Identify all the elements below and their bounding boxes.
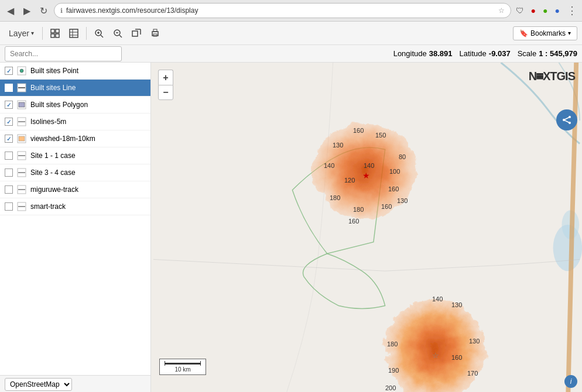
browser-topbar: ◀ ▶ ↻ ℹ fairwaves.nextgis.com/resource/1…: [0, 0, 582, 21]
layer-name-2: Built sites Line: [30, 84, 76, 92]
zoom-extent-icon: [132, 29, 141, 38]
layer-checkbox-2[interactable]: [5, 84, 13, 92]
bookmark-star-icon[interactable]: ☆: [498, 6, 505, 15]
layer-item-smart[interactable]: smart-track: [0, 198, 150, 215]
layer-checkbox-1[interactable]: [5, 67, 13, 75]
zoom-in-btn[interactable]: [91, 25, 107, 42]
print-btn[interactable]: [147, 25, 163, 42]
layer-item-built-sites-point[interactable]: Built sites Point: [0, 63, 150, 80]
refresh-button[interactable]: ↻: [37, 5, 49, 16]
layer-caret-icon: ▾: [31, 30, 34, 36]
grid-icon: [50, 29, 60, 38]
svg-line-14: [119, 35, 122, 37]
svg-text:180: 180: [353, 206, 364, 213]
svg-text:150: 150: [375, 132, 386, 139]
svg-text:140: 140: [432, 295, 443, 302]
layer-item-viewshed[interactable]: viewshed-18m-10km: [0, 130, 150, 147]
svg-text:190: 190: [388, 367, 399, 374]
browser-menu-extensions[interactable]: 🛡: [516, 6, 524, 15]
layer-icon-line: [16, 82, 27, 93]
share-icon: [562, 115, 572, 125]
grid-view-btn[interactable]: [47, 25, 63, 42]
map-zoom-in-btn[interactable]: +: [158, 70, 173, 85]
svg-point-22: [20, 69, 23, 73]
basemap-selector: OpenStreetMap Satellite Terrain: [0, 375, 150, 392]
search-input[interactable]: [5, 46, 122, 61]
map-container[interactable]: 160 150 130 140 80 100 160 130 160 120 1…: [151, 63, 582, 392]
layer-item-site3[interactable]: Site 3 - 4 case: [0, 164, 150, 181]
scale-label: Scale: [518, 49, 537, 58]
zoom-in-icon: [94, 29, 104, 38]
layer-checkbox-8[interactable]: [5, 185, 13, 194]
layer-menu-btn[interactable]: Layer ▾: [5, 25, 38, 42]
browser-menu-btn[interactable]: ⋮: [567, 4, 577, 17]
sidebar: Built sites Point Built sites Line: [0, 63, 151, 392]
browser-menu-extensions3[interactable]: ●: [543, 6, 547, 15]
toolbar-separator-1: [42, 27, 43, 40]
layer-icon-site1: [16, 150, 27, 161]
url-bar[interactable]: ℹ fairwaves.nextgis.com/resource/13/disp…: [54, 3, 511, 18]
svg-rect-26: [19, 102, 25, 107]
bookmarks-icon: 🔖: [519, 29, 528, 37]
scale-value: 1 : 545,979: [539, 49, 577, 58]
map-zoom-out-btn[interactable]: −: [158, 85, 173, 100]
security-icon: ℹ: [60, 7, 63, 15]
layer-name-9: smart-track: [30, 202, 66, 211]
svg-text:160: 160: [348, 218, 359, 225]
svg-text:120: 120: [344, 177, 355, 184]
svg-point-58: [385, 298, 485, 392]
layer-checkbox-9[interactable]: [5, 202, 13, 211]
forward-button[interactable]: ▶: [21, 5, 33, 16]
layer-item-built-sites-polygon[interactable]: Built sites Polygon: [0, 97, 150, 114]
layer-item-built-sites-line[interactable]: Built sites Line: [0, 80, 150, 97]
svg-text:☆: ☆: [432, 351, 439, 360]
layer-checkbox-7[interactable]: [5, 169, 13, 177]
svg-rect-39: [153, 63, 580, 392]
viewshed-blob-2: 140 130 180 130 160 170 190 200 290 110 …: [376, 291, 494, 392]
url-text: fairwaves.nextgis.com/resource/13/displa…: [66, 6, 495, 15]
info-btn[interactable]: i: [564, 375, 577, 388]
toolbar-separator-2: [86, 27, 87, 40]
layer-checkbox-5[interactable]: [5, 135, 13, 143]
layer-name-1: Built sites Point: [30, 67, 78, 75]
zoom-extent-btn[interactable]: [128, 25, 145, 42]
basemap-select[interactable]: OpenStreetMap Satellite Terrain: [5, 378, 72, 391]
longitude-label: Longitude: [393, 49, 427, 58]
layer-icon-viewshed: [16, 133, 27, 144]
layer-icon-miguruwe: [16, 184, 27, 195]
svg-text:130: 130: [397, 197, 408, 204]
svg-text:160: 160: [451, 354, 462, 361]
svg-rect-1: [56, 29, 59, 33]
table-view-btn[interactable]: [66, 25, 82, 42]
layer-name-3: Built sites Polygon: [30, 101, 88, 109]
toolbar: Layer ▾: [0, 22, 582, 45]
svg-line-11: [101, 35, 103, 37]
latitude-label: Latitude: [460, 49, 487, 58]
layer-checkbox-4[interactable]: [5, 118, 13, 126]
share-btn[interactable]: [556, 109, 577, 130]
layer-checkbox-3[interactable]: [5, 101, 13, 109]
nextgis-logo: N≡XTGIS: [529, 70, 575, 83]
table-icon: [69, 29, 78, 38]
svg-text:140: 140: [364, 162, 374, 169]
svg-line-74: [564, 120, 570, 123]
svg-rect-15: [132, 31, 138, 36]
svg-text:130: 130: [469, 338, 480, 345]
bookmarks-btn[interactable]: 🔖 Bookmarks ▾: [513, 26, 577, 40]
svg-rect-30: [19, 136, 25, 141]
layer-item-miguruwe[interactable]: miguruwe-track: [0, 181, 150, 198]
svg-text:130: 130: [451, 301, 462, 308]
layer-icon-point: [16, 66, 27, 76]
print-icon: [150, 29, 160, 38]
svg-text:180: 180: [387, 341, 398, 348]
browser-menu-extensions2[interactable]: ●: [531, 6, 536, 15]
svg-rect-2: [51, 34, 54, 37]
svg-text:170: 170: [467, 370, 478, 377]
svg-rect-3: [56, 34, 59, 37]
back-button[interactable]: ◀: [5, 5, 16, 16]
zoom-out-btn[interactable]: [109, 25, 126, 42]
layer-checkbox-6[interactable]: [5, 152, 13, 160]
layer-item-isolines[interactable]: Isolines-5m: [0, 114, 150, 130]
browser-menu-extensions4[interactable]: ●: [555, 6, 560, 15]
layer-item-site1[interactable]: Site 1 - 1 case: [0, 147, 150, 164]
